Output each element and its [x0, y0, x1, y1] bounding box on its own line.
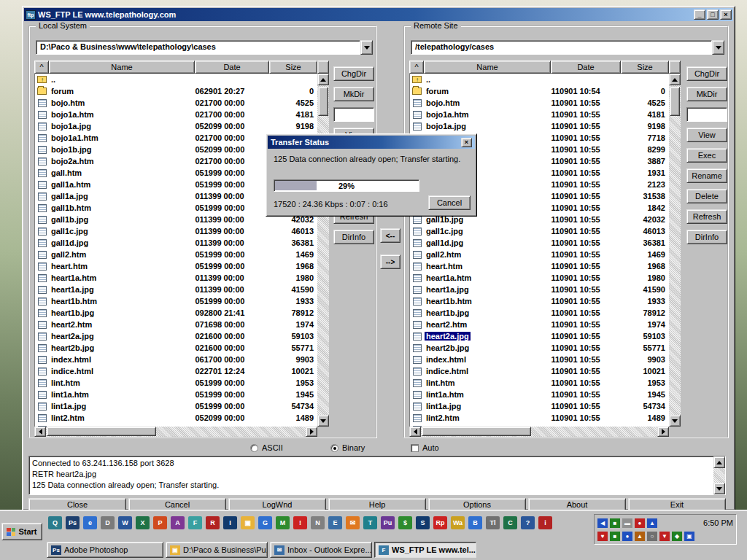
local-mask-field[interactable]: [333, 107, 374, 122]
scroll-down-button[interactable]: [317, 415, 329, 427]
remote-horizontal-scrollbar[interactable]: [409, 427, 681, 437]
remote-path-combo[interactable]: /telepathology/cases: [411, 40, 724, 55]
auto-checkbox[interactable]: Auto: [411, 443, 439, 452]
scroll-down-button[interactable]: [713, 483, 725, 494]
modem-icon[interactable]: ▲: [635, 532, 645, 541]
remote-rename-button[interactable]: Rename: [686, 168, 727, 183]
file-row[interactable]: gall2.htm110901 10:551469: [410, 249, 669, 260]
battery-icon[interactable]: ●: [622, 532, 632, 541]
cd-icon[interactable]: ○: [647, 532, 657, 541]
local-mkdir-button[interactable]: MkDir: [333, 87, 374, 101]
tools-icon[interactable]: Tl: [486, 516, 500, 529]
transfer-to-remote-button[interactable]: -->: [380, 254, 400, 269]
file-row[interactable]: lint.htm110901 10:551953: [410, 377, 669, 389]
globe-icon[interactable]: G: [258, 516, 272, 529]
local-vertical-scrollbar[interactable]: [317, 74, 329, 427]
start-button[interactable]: Start: [1, 523, 42, 540]
terminal-icon[interactable]: T: [363, 516, 377, 529]
file-row[interactable]: indice.html110901 10:5510021: [410, 365, 669, 377]
file-row[interactable]: gall1c.jpg011399 00:0046013: [35, 225, 317, 237]
checkbox-icon[interactable]: [411, 444, 419, 452]
file-row[interactable]: gall1d.jpg011399 00:0036381: [35, 237, 317, 249]
transfer-to-local-button[interactable]: <--: [380, 228, 400, 243]
word-icon[interactable]: W: [118, 516, 132, 529]
volume-icon[interactable]: ◀: [597, 518, 608, 528]
file-row[interactable]: index.html061700 00:009903: [35, 354, 317, 365]
column-header-name[interactable]: Name: [424, 61, 551, 74]
remote-view-button[interactable]: View: [686, 128, 727, 142]
file-row[interactable]: lint1a.htm110901 10:551945: [410, 389, 669, 400]
scroll-thumb[interactable]: [422, 427, 531, 436]
column-header-sort[interactable]: ^: [409, 61, 424, 74]
file-row[interactable]: lint1a.jpg110901 10:5554734: [410, 400, 669, 412]
notepad-icon[interactable]: N: [311, 516, 325, 529]
window-titlebar[interactable]: ftp WS_FTP LE www.telepathology.com _□×: [24, 8, 733, 21]
file-row[interactable]: heart2a.jpg110901 10:5559103: [410, 330, 669, 342]
ie-icon[interactable]: e: [83, 516, 97, 529]
file-row[interactable]: bojo.htm110901 10:554525: [410, 97, 669, 109]
about-button[interactable]: About: [528, 498, 626, 511]
scheduler-icon[interactable]: ●: [635, 518, 645, 528]
file-row[interactable]: ↑..: [35, 74, 317, 85]
scroll-down-button[interactable]: [669, 415, 681, 427]
column-header-filler[interactable]: [317, 61, 329, 74]
log-scrollbar[interactable]: [713, 456, 725, 494]
network-icon[interactable]: ▬: [622, 518, 632, 528]
scroll-right-button[interactable]: [657, 427, 669, 437]
remote-vertical-scrollbar[interactable]: [669, 74, 681, 427]
column-header-sort[interactable]: ^: [34, 61, 49, 74]
local-dirinfo-button[interactable]: DirInfo: [333, 230, 374, 244]
file-row[interactable]: heart2a.jpg021600 00:0059103: [35, 330, 317, 342]
minimize-button[interactable]: _: [694, 9, 705, 20]
excel-icon[interactable]: X: [136, 516, 150, 529]
info-icon[interactable]: i: [538, 516, 552, 529]
close-button[interactable]: Close: [28, 498, 126, 511]
file-row[interactable]: bojo1a.htm021700 00:004181: [35, 109, 317, 120]
remote-refresh-button[interactable]: Refresh: [686, 209, 727, 224]
access-icon[interactable]: A: [171, 516, 185, 529]
remote-delete-button[interactable]: Delete: [686, 189, 727, 203]
scroll-up-button[interactable]: [669, 74, 681, 85]
file-row[interactable]: heart1a.jpg110901 10:5541590: [410, 284, 669, 295]
publisher-icon[interactable]: Pu: [381, 516, 395, 529]
dialer-icon[interactable]: D: [101, 516, 115, 529]
task-button[interactable]: FWS_FTP LE www.tel...: [374, 542, 476, 558]
scroll-left-button[interactable]: [409, 427, 421, 437]
browser-icon[interactable]: B: [468, 516, 482, 529]
scroll-track[interactable]: [46, 427, 306, 437]
remote-mkdir-button[interactable]: MkDir: [686, 87, 727, 101]
local-horizontal-scrollbar[interactable]: [34, 427, 329, 437]
file-row[interactable]: heart1a.htm011399 00:001980: [35, 272, 317, 284]
winamp-icon[interactable]: Wa: [451, 516, 465, 529]
folder-icon[interactable]: ▣: [241, 516, 255, 529]
file-row[interactable]: gall2.htm051999 00:001469: [35, 249, 317, 260]
dialog-titlebar[interactable]: Transfer Status ×: [268, 136, 475, 149]
file-row[interactable]: heart1b.jpg092800 21:4178912: [35, 307, 317, 319]
remote-exec-button[interactable]: Exec: [686, 148, 727, 163]
dialog-cancel-button[interactable]: Cancel: [428, 195, 471, 210]
msn-icon[interactable]: ♥: [597, 532, 608, 541]
file-row[interactable]: heart2b.jpg110901 10:5555771: [410, 342, 669, 354]
update-icon[interactable]: ▣: [684, 532, 694, 541]
file-row[interactable]: heart1b.htm110901 10:551933: [410, 295, 669, 307]
file-row[interactable]: ↑..: [410, 74, 669, 85]
photoshop-icon[interactable]: Ps: [66, 516, 80, 529]
help-button[interactable]: Help: [328, 498, 426, 511]
file-row[interactable]: bojo1a.jpg052099 00:009198: [35, 120, 317, 132]
security-icon[interactable]: S: [416, 516, 430, 529]
column-header-date[interactable]: Date: [551, 61, 621, 74]
file-row[interactable]: heart1b.htm051999 00:001933: [35, 295, 317, 307]
scroll-track[interactable]: [669, 85, 681, 415]
column-header-name[interactable]: Name: [49, 61, 195, 74]
scroll-thumb[interactable]: [47, 427, 156, 436]
chart-icon[interactable]: C: [503, 516, 517, 529]
scroll-up-button[interactable]: [317, 74, 329, 85]
mouse-icon[interactable]: ▼: [659, 532, 670, 541]
cancel-button[interactable]: Cancel: [128, 498, 226, 511]
mail-icon[interactable]: ✉: [346, 516, 360, 529]
scroll-right-button[interactable]: [306, 427, 317, 437]
display-icon[interactable]: ■: [610, 518, 620, 528]
file-row[interactable]: lint2.htm052099 00:001489: [35, 412, 317, 424]
task-button[interactable]: ▣D:\Paco & Business\Pu...: [166, 542, 268, 558]
column-header-filler[interactable]: [669, 61, 681, 74]
